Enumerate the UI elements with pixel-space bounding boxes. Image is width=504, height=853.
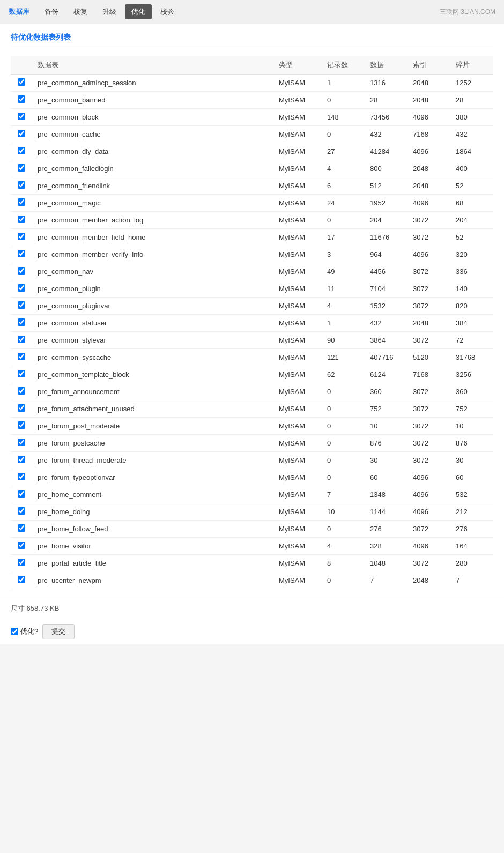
row-type: MyISAM <box>273 469 322 486</box>
row-checkbox[interactable] <box>18 473 25 480</box>
nav-item-verify[interactable]: 校验 <box>154 4 181 19</box>
row-checkbox[interactable] <box>18 576 25 583</box>
row-frag: 280 <box>450 555 493 572</box>
row-index: 3072 <box>407 400 450 418</box>
row-checkbox[interactable] <box>18 95 25 103</box>
row-index: 4096 <box>407 538 450 555</box>
row-checkbox[interactable] <box>18 387 25 395</box>
nav-item-restore[interactable]: 核复 <box>67 4 94 19</box>
row-table-name: pre_common_stylevar <box>32 332 273 349</box>
row-table-name: pre_home_visitor <box>32 538 273 555</box>
row-checkbox[interactable] <box>18 233 25 240</box>
table-row: pre_home_doingMyISAM1011444096212 <box>11 503 493 521</box>
row-records: 0 <box>322 521 365 538</box>
row-checkbox[interactable] <box>18 198 25 206</box>
row-checkbox[interactable] <box>18 439 25 446</box>
row-table-name: pre_forum_typeoptionvar <box>32 469 273 486</box>
row-checkbox[interactable] <box>18 524 25 532</box>
row-checkbox[interactable] <box>18 421 25 429</box>
row-checkbox[interactable] <box>18 267 25 275</box>
row-data: 1532 <box>365 298 407 315</box>
table-row: pre_forum_typeoptionvarMyISAM060409660 <box>11 469 493 486</box>
row-type: MyISAM <box>273 92 322 109</box>
row-checkbox[interactable] <box>18 559 25 566</box>
nav-item-backup[interactable]: 备份 <box>38 4 65 19</box>
row-checkbox[interactable] <box>18 284 25 292</box>
row-frag: 1252 <box>450 75 493 92</box>
row-checkbox[interactable] <box>18 507 25 515</box>
table-row: pre_forum_announcementMyISAM03603072360 <box>11 383 493 400</box>
row-data: 7 <box>365 572 407 589</box>
row-checkbox[interactable] <box>18 216 25 223</box>
row-checkbox[interactable] <box>18 78 25 86</box>
row-records: 0 <box>322 572 365 589</box>
row-table-name: pre_forum_announcement <box>32 383 273 400</box>
row-table-name: pre_common_admincp_session <box>32 75 273 92</box>
submit-button[interactable]: 提交 <box>42 624 75 639</box>
row-checkbox[interactable] <box>18 181 25 189</box>
row-checkbox[interactable] <box>18 250 25 257</box>
row-frag: 28 <box>450 92 493 109</box>
row-checkbox[interactable] <box>18 404 25 412</box>
row-records: 27 <box>322 143 365 160</box>
col-checkbox <box>11 56 32 75</box>
row-checkbox[interactable] <box>18 147 25 154</box>
row-frag: 432 <box>450 126 493 143</box>
table-row: pre_common_magicMyISAM241952409668 <box>11 195 493 212</box>
row-table-name: pre_common_cache <box>32 126 273 143</box>
row-records: 1 <box>322 75 365 92</box>
row-type: MyISAM <box>273 298 322 315</box>
row-records: 17 <box>322 229 365 246</box>
row-checkbox[interactable] <box>18 542 25 549</box>
table-row: pre_common_template_blockMyISAM626124716… <box>11 366 493 383</box>
row-checkbox[interactable] <box>18 490 25 498</box>
row-table-name: pre_common_nav <box>32 263 273 280</box>
table-row: pre_common_pluginMyISAM1171043072140 <box>11 280 493 298</box>
row-table-name: pre_forum_post_moderate <box>32 418 273 435</box>
row-records: 49 <box>322 263 365 280</box>
nav-item-upgrade[interactable]: 升级 <box>96 4 123 19</box>
row-index: 4096 <box>407 503 450 521</box>
row-checkbox[interactable] <box>18 113 25 120</box>
row-records: 0 <box>322 126 365 143</box>
row-checkbox[interactable] <box>18 370 25 377</box>
row-checkbox[interactable] <box>18 353 25 360</box>
row-records: 8 <box>322 555 365 572</box>
row-index: 4096 <box>407 195 450 212</box>
row-index: 3072 <box>407 383 450 400</box>
row-type: MyISAM <box>273 572 322 589</box>
row-checkbox[interactable] <box>18 456 25 463</box>
table-row: pre_common_blockMyISAM148734564096380 <box>11 109 493 126</box>
row-index: 4096 <box>407 109 450 126</box>
row-checkbox[interactable] <box>18 164 25 172</box>
row-checkbox[interactable] <box>18 336 25 343</box>
row-type: MyISAM <box>273 229 322 246</box>
row-index: 3072 <box>407 435 450 452</box>
row-records: 7 <box>322 486 365 503</box>
optimize-checkbox[interactable] <box>11 628 18 635</box>
row-type: MyISAM <box>273 349 322 366</box>
row-table-name: pre_common_magic <box>32 195 273 212</box>
row-checkbox[interactable] <box>18 130 25 137</box>
row-index: 3072 <box>407 298 450 315</box>
row-index: 2048 <box>407 160 450 177</box>
nav-item-optimize[interactable]: 优化 <box>125 4 152 19</box>
row-records: 121 <box>322 349 365 366</box>
table-header-row: 数据表 类型 记录数 数据 索引 碎片 <box>11 56 493 75</box>
table-row: pre_common_stylevarMyISAM903864307272 <box>11 332 493 349</box>
row-checkbox[interactable] <box>18 301 25 309</box>
col-index: 索引 <box>407 56 450 75</box>
row-table-name: pre_common_member_field_home <box>32 229 273 246</box>
table-row: pre_common_cacheMyISAM04327168432 <box>11 126 493 143</box>
footer-size: 尺寸 658.73 KB <box>0 598 504 619</box>
row-checkbox[interactable] <box>18 318 25 326</box>
brand-nav[interactable]: 数据库 <box>9 4 36 19</box>
row-type: MyISAM <box>273 538 322 555</box>
row-records: 1 <box>322 315 365 332</box>
row-frag: 7 <box>450 572 493 589</box>
table-row: pre_common_bannedMyISAM028204828 <box>11 92 493 109</box>
top-bar: 数据库 备份 核复 升级 优化 校验 三联网 3LIAN.COM <box>0 0 504 24</box>
row-table-name: pre_common_friendlink <box>32 177 273 195</box>
row-data: 60 <box>365 469 407 486</box>
optimize-checkbox-label[interactable]: 优化? <box>11 627 38 636</box>
